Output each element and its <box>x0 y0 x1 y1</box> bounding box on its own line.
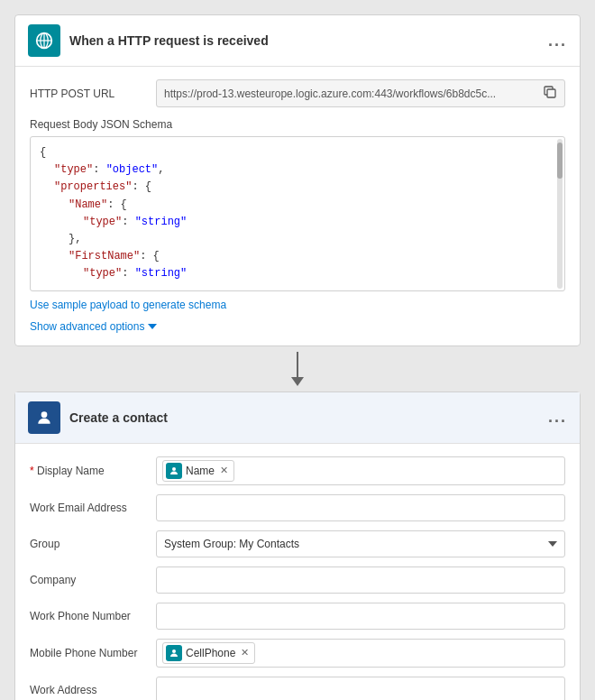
group-select[interactable]: System Group: My Contacts <box>156 530 565 557</box>
create-contact-body: Display Name Name ✕ Work Email Address <box>15 444 580 701</box>
cellphone-tag-close[interactable]: ✕ <box>241 647 249 659</box>
name-tag-icon <box>166 463 182 479</box>
name-tag: Name ✕ <box>162 460 234 482</box>
show-advanced-label-1: Show advanced options <box>30 320 144 333</box>
cellphone-tag: CellPhone ✕ <box>162 642 255 664</box>
create-contact-title: Create a contact <box>69 410 548 425</box>
work-phone-input[interactable] <box>156 603 565 630</box>
http-trigger-icon <box>35 32 53 50</box>
schema-label: Request Body JSON Schema <box>30 118 565 131</box>
display-name-row: Display Name Name ✕ <box>30 456 565 485</box>
copy-icon[interactable] <box>543 85 557 102</box>
connector <box>14 346 581 391</box>
connector-line <box>297 352 298 377</box>
schema-scrollbar[interactable] <box>557 139 563 289</box>
work-phone-row: Work Phone Number <box>30 603 565 630</box>
work-phone-label: Work Phone Number <box>30 610 156 622</box>
schema-scrollbar-thumb <box>557 143 563 179</box>
name-tag-close[interactable]: ✕ <box>220 465 228 476</box>
svg-rect-4 <box>547 89 555 97</box>
svg-point-5 <box>41 411 48 418</box>
svg-point-6 <box>172 467 176 471</box>
group-select-value: System Group: My Contacts <box>164 538 299 550</box>
work-email-label: Work Email Address <box>30 502 156 514</box>
schema-editor[interactable]: { "type": "object", "properties": { "Nam… <box>30 136 565 291</box>
work-email-input[interactable] <box>156 494 565 521</box>
company-row: Company <box>30 566 565 594</box>
display-name-label: Display Name <box>30 465 156 477</box>
http-trigger-title: When a HTTP request is received <box>69 33 548 48</box>
cellphone-tag-icon <box>166 645 182 661</box>
group-label: Group <box>30 538 156 550</box>
create-contact-header: Create a contact ... <box>15 392 580 444</box>
create-contact-card: Create a contact ... Display Name Name ✕ <box>14 391 581 701</box>
http-trigger-menu[interactable]: ... <box>548 32 567 51</box>
work-email-row: Work Email Address <box>30 494 565 521</box>
http-post-url-value: https://prod-13.westeurope.logic.azure.c… <box>164 88 536 100</box>
http-trigger-card: When a HTTP request is received ... HTTP… <box>14 14 581 346</box>
http-trigger-header: When a HTTP request is received ... <box>15 15 580 67</box>
create-contact-menu[interactable]: ... <box>548 408 567 427</box>
sample-payload-link[interactable]: Use sample payload to generate schema <box>30 299 226 311</box>
mobile-phone-row: Mobile Phone Number CellPhone ✕ <box>30 639 565 668</box>
display-name-input[interactable]: Name ✕ <box>156 456 565 485</box>
mobile-phone-label: Mobile Phone Number <box>30 647 156 659</box>
group-select-chevron <box>548 541 557 547</box>
create-contact-icon <box>35 409 53 427</box>
show-advanced-options-1[interactable]: Show advanced options <box>30 320 565 333</box>
group-row: Group System Group: My Contacts <box>30 530 565 557</box>
http-post-url-container: https://prod-13.westeurope.logic.azure.c… <box>156 79 565 107</box>
name-tag-text: Name <box>186 465 215 477</box>
http-trigger-icon-bg <box>28 24 60 57</box>
work-address-label: Work Address <box>30 684 156 696</box>
work-address-input[interactable] <box>156 677 565 701</box>
connector-arrowhead <box>291 377 304 386</box>
company-label: Company <box>30 574 156 586</box>
create-contact-icon-bg <box>28 401 60 434</box>
http-trigger-body: HTTP POST URL https://prod-13.westeurope… <box>15 67 580 345</box>
svg-point-7 <box>172 649 176 653</box>
chevron-down-icon-1 <box>148 324 157 329</box>
connector-arrow <box>291 352 304 386</box>
http-post-url-row: HTTP POST URL https://prod-13.westeurope… <box>30 79 565 107</box>
cellphone-tag-text: CellPhone <box>186 647 235 659</box>
http-post-url-label: HTTP POST URL <box>30 88 156 100</box>
company-input[interactable] <box>156 566 565 594</box>
work-address-row: Work Address <box>30 677 565 701</box>
mobile-phone-input[interactable]: CellPhone ✕ <box>156 639 565 668</box>
